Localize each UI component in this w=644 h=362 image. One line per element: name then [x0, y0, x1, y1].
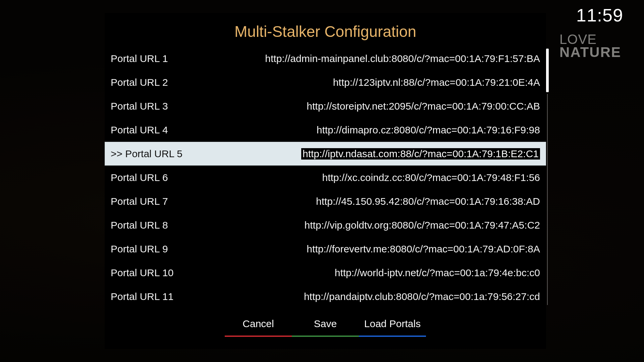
cancel-underline-red: [225, 336, 292, 337]
portal-row[interactable]: Portal URL 9http://forevertv.me:8080/c/?…: [105, 237, 546, 261]
portal-row-label: Portal URL 6: [111, 172, 168, 183]
channel-logo-line2: NATURE: [559, 44, 621, 60]
portal-row[interactable]: Portal URL 10http://world-iptv.net/c/?ma…: [105, 261, 546, 285]
portal-row[interactable]: Portal URL 2http://123iptv.nl:88/c/?mac=…: [105, 70, 546, 94]
scrollbar-thumb[interactable]: [546, 49, 549, 92]
portal-row-label: Portal URL 1: [111, 53, 168, 64]
portal-row-label: Portal URL 11: [111, 291, 173, 302]
portal-row[interactable]: Portal URL 1http://admin-mainpanel.club:…: [105, 47, 546, 70]
portal-row-label: Portal URL 9: [111, 243, 168, 255]
portal-list-container: Portal URL 1http://admin-mainpanel.club:…: [105, 47, 546, 308]
save-button[interactable]: Save: [292, 316, 359, 335]
portal-row-label: Portal URL 7: [111, 196, 168, 207]
portal-row[interactable]: >> Portal URL 5http://iptv.ndasat.com:88…: [105, 142, 546, 166]
portal-row[interactable]: Portal URL 3http://storeiptv.net:2095/c/…: [105, 94, 546, 118]
cancel-button[interactable]: Cancel: [225, 316, 292, 335]
button-underline-row: [105, 336, 546, 337]
portal-row-value[interactable]: http://world-iptv.net/c/?mac=00:1a:79:4e…: [335, 267, 540, 279]
portal-row-value[interactable]: http://admin-mainpanel.club:8080/c/?mac=…: [265, 53, 540, 64]
portal-row-label: Portal URL 2: [111, 77, 168, 88]
portal-row[interactable]: Portal URL 11http://pandaiptv.club:8080/…: [105, 285, 546, 308]
scrollbar-rail: [547, 94, 548, 305]
dialog-title: Multi-Stalker Configuration: [105, 13, 546, 47]
configuration-dialog: Multi-Stalker Configuration Portal URL 1…: [105, 13, 546, 349]
portal-row-label: >> Portal URL 5: [111, 148, 182, 160]
portal-row[interactable]: Portal URL 6http://xc.coindz.cc:80/c/?ma…: [105, 166, 546, 189]
load-portals-underline-blue: [359, 336, 426, 337]
portal-row-value[interactable]: http://xc.coindz.cc:80/c/?mac=00:1A:79:4…: [322, 172, 540, 183]
channel-logo: Love NATURE: [559, 33, 621, 59]
scrollbar[interactable]: [545, 49, 549, 307]
portal-list: Portal URL 1http://admin-mainpanel.club:…: [105, 47, 546, 308]
portal-row-value[interactable]: http://forevertv.me:8080/c/?mac=00:1A:79…: [307, 243, 540, 255]
dialog-footer: Cancel Save Load Portals: [105, 316, 546, 337]
portal-row-label: Portal URL 10: [111, 267, 173, 279]
portal-row-value[interactable]: http://vip.goldtv.org:8080/c/?mac=00:1A:…: [305, 220, 540, 231]
button-row: Cancel Save Load Portals: [105, 316, 546, 335]
save-underline-green: [292, 336, 359, 337]
portal-row-value[interactable]: http://dimapro.cz:8080/c/?mac=00:1A:79:1…: [317, 124, 540, 136]
portal-row-label: Portal URL 8: [111, 220, 168, 231]
portal-row-value[interactable]: http://storeiptv.net:2095/c/?mac=00:1A:7…: [307, 101, 540, 112]
portal-row-label: Portal URL 4: [111, 124, 168, 136]
portal-row[interactable]: Portal URL 7http://45.150.95.42:80/c/?ma…: [105, 189, 546, 213]
portal-row-value[interactable]: http://45.150.95.42:80/c/?mac=00:1A:79:1…: [316, 196, 540, 207]
clock: 11:59: [576, 5, 623, 25]
portal-row[interactable]: Portal URL 4http://dimapro.cz:8080/c/?ma…: [105, 118, 546, 142]
portal-row-value[interactable]: http://pandaiptv.club:8080/c/?mac=00:1a:…: [304, 291, 540, 302]
load-portals-button[interactable]: Load Portals: [359, 316, 426, 335]
portal-row[interactable]: Portal URL 8http://vip.goldtv.org:8080/c…: [105, 213, 546, 237]
portal-row-value[interactable]: http://iptv.ndasat.com:88/c/?mac=00:1A:7…: [301, 148, 540, 160]
portal-row-label: Portal URL 3: [111, 101, 168, 112]
portal-row-value[interactable]: http://123iptv.nl:88/c/?mac=00:1A:79:21:…: [333, 77, 540, 88]
